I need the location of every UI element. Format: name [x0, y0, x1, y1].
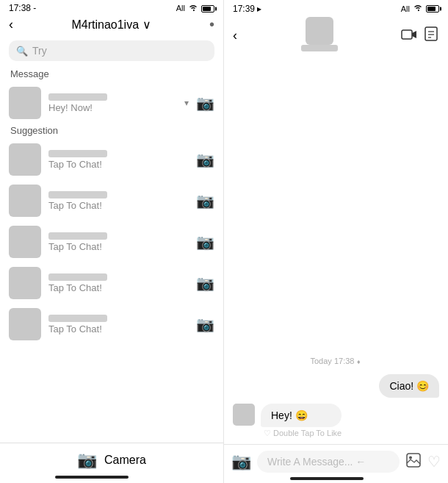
chat-info: Tap To Chat!	[48, 232, 189, 252]
status-bar-right: 17:39 ▸ All	[224, 0, 448, 15]
name-bar	[48, 191, 107, 198]
chat-sub-text: Tap To Chat!	[48, 159, 189, 170]
svg-rect-0	[402, 30, 412, 39]
incoming-bubble-wrap: Hey! 😄 ♡ Double Tap To Like	[261, 404, 342, 438]
svg-rect-2	[425, 27, 437, 40]
suggestion-item-2[interactable]: Tap To Chat! 📷	[0, 180, 223, 221]
avatar	[9, 185, 41, 217]
incoming-message: Hey! 😄	[261, 404, 342, 427]
chat-info: Tap To Chat!	[48, 315, 189, 334]
image-attach-button[interactable]	[405, 452, 422, 472]
header-name-bar	[301, 45, 338, 51]
name-bar	[48, 93, 107, 101]
home-indicator-left	[55, 476, 129, 479]
search-icon: 🔍	[16, 46, 28, 57]
camera-icon-bottom: 📷	[77, 451, 97, 470]
search-input[interactable]: Try	[32, 45, 47, 57]
time-right: 17:39 ▸	[233, 4, 261, 14]
chat-sub-text: Tap To Chat!	[48, 241, 189, 252]
signal-right: All	[401, 4, 410, 13]
suggestion-item-3[interactable]: Tap To Chat! 📷	[0, 221, 223, 262]
svg-point-7	[409, 456, 412, 459]
info-icon[interactable]	[423, 26, 439, 46]
section-suggestion-label: Suggestion	[0, 124, 223, 139]
avatar	[9, 308, 41, 340]
camera-label: Camera	[104, 454, 146, 467]
camera-button-message[interactable]: 📷	[196, 94, 214, 112]
suggestion-item-4[interactable]: Tap To Chat! 📷	[0, 262, 223, 304]
section-message-label: Message	[0, 67, 223, 82]
back-row-left: ‹ M4rtinao1iva ∨ •	[0, 15, 223, 36]
chat-info: Tap To Chat!	[48, 150, 189, 170]
name-bar	[48, 315, 107, 322]
chat-sub-text: Tap To Chat!	[48, 282, 189, 293]
message-item[interactable]: Hey! Now! ▾ 📷	[0, 82, 223, 124]
avatar	[9, 226, 41, 258]
dropdown-arrow-icon: ▾	[184, 98, 189, 108]
status-bar-left: 17:38 - All	[0, 0, 223, 15]
camera-button-1[interactable]: 📷	[196, 151, 214, 168]
camera-button-2[interactable]: 📷	[196, 192, 214, 210]
input-camera-button[interactable]: 📷	[231, 452, 251, 471]
search-bar[interactable]: 🔍 Try	[9, 40, 214, 61]
time-left: 17:38 -	[9, 3, 36, 13]
incoming-message-row: Hey! 😄 ♡ Double Tap To Like	[233, 404, 439, 438]
battery-icon-right	[426, 4, 439, 14]
camera-button-5[interactable]: 📷	[196, 315, 214, 333]
chat-messages: Today 17:38 ⬧ Ciao! 😊 Hey! 😄 ♡ Double Ta…	[224, 58, 448, 444]
chat-info: Tap To Chat!	[48, 273, 189, 293]
battery-icon-left	[201, 4, 214, 12]
camera-button-3[interactable]: 📷	[196, 233, 214, 251]
wifi-icon-right	[413, 3, 423, 14]
home-indicator-right	[290, 477, 364, 480]
chat-sub-text: Tap To Chat!	[48, 200, 189, 211]
avatar	[9, 267, 41, 299]
heart-button[interactable]: ♡	[427, 453, 441, 471]
avatar	[9, 87, 41, 119]
wifi-icon-left	[188, 3, 198, 13]
timestamp-label: Today 17:38 ⬧	[233, 357, 439, 365]
camera-button-4[interactable]: 📷	[196, 274, 214, 292]
back-button-right[interactable]: ‹	[233, 28, 237, 43]
left-panel: 17:38 - All ‹ M4rtinao1iva ∨ • 🔍 Try Mes…	[0, 0, 224, 483]
signal-left: All	[176, 4, 185, 12]
svg-marker-1	[412, 31, 416, 38]
right-panel: 17:39 ▸ All ‹ Today 17:38 ⬧ Ciao	[224, 0, 448, 483]
header-center	[245, 17, 394, 54]
heart-icon: ♡	[264, 429, 271, 437]
video-call-icon[interactable]	[401, 27, 417, 44]
double-tap-hint: ♡ Double Tap To Like	[261, 429, 342, 438]
name-bar	[48, 232, 107, 240]
avatar-header	[306, 17, 333, 45]
svg-rect-6	[407, 454, 420, 467]
username-label[interactable]: M4rtinao1iva ∨	[18, 18, 205, 32]
double-tap-text: Double Tap To Like	[273, 429, 342, 437]
more-options-button[interactable]: •	[209, 16, 214, 33]
chat-sub-text: Hey! Now!	[48, 102, 177, 113]
message-input[interactable]: Write A Message... ←	[257, 451, 400, 473]
status-icons-left: All	[176, 3, 214, 13]
header-action-icons	[401, 26, 439, 46]
chat-info: Tap To Chat!	[48, 191, 189, 211]
suggestion-item-1[interactable]: Tap To Chat! 📷	[0, 139, 223, 180]
avatar	[9, 143, 41, 176]
sender-avatar	[233, 404, 255, 426]
outgoing-message: Ciao! 😊	[379, 374, 439, 398]
chat-info: Hey! Now!	[48, 93, 177, 113]
back-button-left[interactable]: ‹	[9, 17, 13, 32]
status-icons-right: All	[401, 3, 439, 14]
chat-header-right: ‹	[224, 15, 448, 58]
name-bar	[48, 150, 107, 157]
suggestion-item-5[interactable]: Tap To Chat! 📷	[0, 304, 223, 345]
name-bar	[48, 273, 107, 281]
chat-sub-text: Tap To Chat!	[48, 323, 189, 334]
